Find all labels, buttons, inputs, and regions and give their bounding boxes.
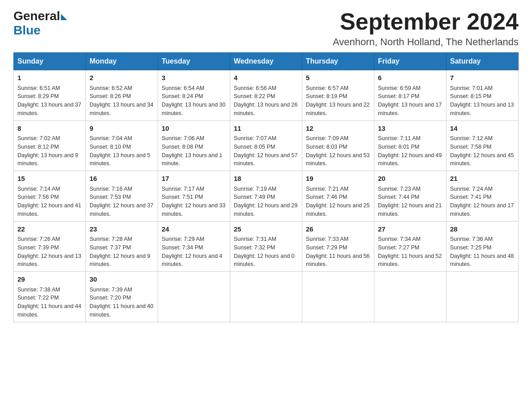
- day-number: 7: [450, 73, 515, 83]
- day-info: Sunrise: 7:31 AM Sunset: 7:32 PM Dayligh…: [234, 235, 298, 269]
- day-number: 21: [450, 174, 515, 184]
- day-number: 20: [378, 174, 442, 184]
- logo-general-text: General: [13, 9, 60, 23]
- calendar-cell: 7 Sunrise: 7:01 AM Sunset: 8:15 PM Dayli…: [446, 70, 519, 121]
- week-row-2: 8 Sunrise: 7:02 AM Sunset: 8:12 PM Dayli…: [14, 120, 519, 171]
- calendar-cell: 14 Sunrise: 7:12 AM Sunset: 7:58 PM Dayl…: [446, 120, 519, 171]
- day-info: Sunrise: 7:06 AM Sunset: 8:08 PM Dayligh…: [162, 134, 226, 168]
- day-number: 23: [90, 224, 154, 235]
- day-info: Sunrise: 7:28 AM Sunset: 7:37 PM Dayligh…: [90, 235, 154, 269]
- day-info: Sunrise: 7:17 AM Sunset: 7:51 PM Dayligh…: [162, 185, 226, 218]
- day-info: Sunrise: 7:09 AM Sunset: 8:03 PM Dayligh…: [306, 134, 370, 168]
- day-info: Sunrise: 6:54 AM Sunset: 8:24 PM Dayligh…: [162, 84, 226, 118]
- calendar-cell: 27 Sunrise: 7:34 AM Sunset: 7:27 PM Dayl…: [374, 221, 446, 272]
- day-info: Sunrise: 7:39 AM Sunset: 7:20 PM Dayligh…: [90, 286, 154, 319]
- weekday-header-friday: Friday: [374, 53, 446, 70]
- title-area: September 2024 Avenhorn, North Holland, …: [333, 9, 519, 48]
- day-number: 24: [162, 224, 226, 235]
- logo-arrow-icon: [61, 14, 67, 20]
- day-info: Sunrise: 7:24 AM Sunset: 7:41 PM Dayligh…: [450, 185, 515, 218]
- weekday-header-monday: Monday: [86, 53, 158, 70]
- weekday-header-thursday: Thursday: [302, 53, 374, 70]
- day-info: Sunrise: 7:33 AM Sunset: 7:29 PM Dayligh…: [306, 235, 370, 269]
- calendar-cell: 2 Sunrise: 6:52 AM Sunset: 8:26 PM Dayli…: [86, 70, 158, 121]
- day-number: 13: [378, 124, 442, 134]
- day-number: 8: [17, 124, 82, 134]
- weekday-header-saturday: Saturday: [446, 53, 519, 70]
- day-number: 4: [234, 73, 298, 83]
- day-info: Sunrise: 7:34 AM Sunset: 7:27 PM Dayligh…: [378, 235, 442, 269]
- calendar-cell: [374, 272, 446, 322]
- day-number: 30: [90, 274, 154, 285]
- calendar-cell: [158, 272, 230, 322]
- day-info: Sunrise: 7:11 AM Sunset: 8:01 PM Dayligh…: [378, 134, 442, 168]
- day-info: Sunrise: 6:56 AM Sunset: 8:22 PM Dayligh…: [234, 84, 298, 118]
- day-info: Sunrise: 7:02 AM Sunset: 8:12 PM Dayligh…: [17, 134, 82, 168]
- calendar-cell: 28 Sunrise: 7:36 AM Sunset: 7:25 PM Dayl…: [446, 221, 519, 272]
- day-info: Sunrise: 6:51 AM Sunset: 8:29 PM Dayligh…: [17, 84, 82, 118]
- day-number: 5: [306, 73, 370, 83]
- day-number: 10: [162, 124, 226, 134]
- calendar-cell: 21 Sunrise: 7:24 AM Sunset: 7:41 PM Dayl…: [446, 171, 519, 222]
- day-number: 14: [450, 124, 515, 134]
- logo-blue-text: Blue: [13, 23, 41, 37]
- calendar-subtitle: Avenhorn, North Holland, The Netherlands: [333, 36, 519, 48]
- day-info: Sunrise: 7:04 AM Sunset: 8:10 PM Dayligh…: [90, 134, 154, 168]
- week-row-1: 1 Sunrise: 6:51 AM Sunset: 8:29 PM Dayli…: [14, 70, 519, 121]
- weekday-header-row: SundayMondayTuesdayWednesdayThursdayFrid…: [14, 53, 519, 70]
- week-row-3: 15 Sunrise: 7:14 AM Sunset: 7:56 PM Dayl…: [14, 171, 519, 222]
- day-number: 16: [90, 174, 154, 184]
- day-number: 26: [306, 224, 370, 235]
- calendar-cell: 1 Sunrise: 6:51 AM Sunset: 8:29 PM Dayli…: [14, 70, 86, 121]
- day-number: 22: [17, 224, 82, 235]
- calendar-cell: 29 Sunrise: 7:38 AM Sunset: 7:22 PM Dayl…: [14, 272, 86, 322]
- day-number: 15: [17, 174, 82, 184]
- logo: General Blue: [13, 9, 67, 38]
- day-number: 29: [17, 274, 82, 285]
- weekday-header-sunday: Sunday: [14, 53, 86, 70]
- day-info: Sunrise: 6:57 AM Sunset: 8:19 PM Dayligh…: [306, 84, 370, 118]
- calendar-title: September 2024: [333, 9, 519, 34]
- page-header: General Blue September 2024 Avenhorn, No…: [13, 9, 519, 48]
- day-number: 18: [234, 174, 298, 184]
- day-number: 27: [378, 224, 442, 235]
- day-info: Sunrise: 7:29 AM Sunset: 7:34 PM Dayligh…: [162, 235, 226, 269]
- calendar-cell: 30 Sunrise: 7:39 AM Sunset: 7:20 PM Dayl…: [86, 272, 158, 322]
- week-row-5: 29 Sunrise: 7:38 AM Sunset: 7:22 PM Dayl…: [14, 272, 519, 322]
- day-number: 28: [450, 224, 515, 235]
- day-info: Sunrise: 7:14 AM Sunset: 7:56 PM Dayligh…: [17, 185, 82, 218]
- calendar-cell: 16 Sunrise: 7:16 AM Sunset: 7:53 PM Dayl…: [86, 171, 158, 222]
- day-info: Sunrise: 7:12 AM Sunset: 7:58 PM Dayligh…: [450, 134, 515, 168]
- day-info: Sunrise: 7:38 AM Sunset: 7:22 PM Dayligh…: [17, 286, 82, 319]
- day-number: 9: [90, 124, 154, 134]
- calendar-cell: 4 Sunrise: 6:56 AM Sunset: 8:22 PM Dayli…: [230, 70, 302, 121]
- calendar-cell: 22 Sunrise: 7:26 AM Sunset: 7:39 PM Dayl…: [14, 221, 86, 272]
- day-info: Sunrise: 7:01 AM Sunset: 8:15 PM Dayligh…: [450, 84, 515, 118]
- calendar-cell: 24 Sunrise: 7:29 AM Sunset: 7:34 PM Dayl…: [158, 221, 230, 272]
- day-info: Sunrise: 7:16 AM Sunset: 7:53 PM Dayligh…: [90, 185, 154, 218]
- day-info: Sunrise: 7:19 AM Sunset: 7:49 PM Dayligh…: [234, 185, 298, 218]
- calendar-cell: 3 Sunrise: 6:54 AM Sunset: 8:24 PM Dayli…: [158, 70, 230, 121]
- day-number: 19: [306, 174, 370, 184]
- calendar-cell: 25 Sunrise: 7:31 AM Sunset: 7:32 PM Dayl…: [230, 221, 302, 272]
- day-number: 25: [234, 224, 298, 235]
- calendar-cell: 17 Sunrise: 7:17 AM Sunset: 7:51 PM Dayl…: [158, 171, 230, 222]
- calendar-cell: 5 Sunrise: 6:57 AM Sunset: 8:19 PM Dayli…: [302, 70, 374, 121]
- day-number: 3: [162, 73, 226, 83]
- calendar-cell: 8 Sunrise: 7:02 AM Sunset: 8:12 PM Dayli…: [14, 120, 86, 171]
- day-number: 17: [162, 174, 226, 184]
- calendar-cell: 26 Sunrise: 7:33 AM Sunset: 7:29 PM Dayl…: [302, 221, 374, 272]
- calendar-cell: [446, 272, 519, 322]
- calendar-cell: 18 Sunrise: 7:19 AM Sunset: 7:49 PM Dayl…: [230, 171, 302, 222]
- day-info: Sunrise: 7:36 AM Sunset: 7:25 PM Dayligh…: [450, 235, 515, 269]
- day-info: Sunrise: 7:23 AM Sunset: 7:44 PM Dayligh…: [378, 185, 442, 218]
- week-row-4: 22 Sunrise: 7:26 AM Sunset: 7:39 PM Dayl…: [14, 221, 519, 272]
- calendar-table: SundayMondayTuesdayWednesdayThursdayFrid…: [13, 52, 519, 322]
- day-number: 1: [17, 73, 82, 83]
- day-info: Sunrise: 6:59 AM Sunset: 8:17 PM Dayligh…: [378, 84, 442, 118]
- calendar-cell: 6 Sunrise: 6:59 AM Sunset: 8:17 PM Dayli…: [374, 70, 446, 121]
- day-number: 2: [90, 73, 154, 83]
- calendar-cell: [230, 272, 302, 322]
- day-number: 11: [234, 124, 298, 134]
- calendar-cell: [302, 272, 374, 322]
